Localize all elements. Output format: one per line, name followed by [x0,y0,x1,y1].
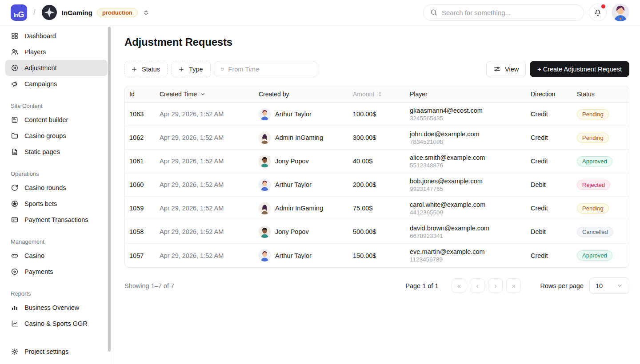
folder-icon [11,132,19,140]
table-row[interactable]: 1057 Apr 29, 2026, 1:52 AM Arthur Taylor… [125,244,629,267]
column-header-status[interactable]: Status [572,91,629,98]
column-header-created-time[interactable]: Created Time [155,91,254,98]
creator-name: Jony Popov [275,158,309,165]
column-header-amount[interactable]: Amount [348,91,405,98]
cell-created-time: Apr 29, 2026, 1:52 AM [155,158,254,165]
last-page-button[interactable]: » [506,278,521,293]
sidebar-item-content-builder[interactable]: Content builder [5,112,108,128]
creator-name: Arthur Taylor [275,111,312,118]
cell-created-by: Admin InGaming [254,202,348,214]
table-row[interactable]: 1060 Apr 29, 2026, 1:52 AM Arthur Taylor… [125,173,629,197]
view-button[interactable]: View [486,61,526,77]
app-logo[interactable]: InG [11,4,27,21]
player-id: 7834521098 [410,138,526,146]
gear-icon [11,348,19,356]
cell-id: 1061 [125,158,155,165]
sidebar-item-adjustment[interactable]: Adjustment [5,60,108,76]
creator-name: Arthur Taylor [275,252,312,259]
column-header-created-by[interactable]: Created by [254,91,348,98]
creator-avatar [259,179,271,191]
from-time-filter[interactable] [215,61,317,77]
type-filter-label: Type [189,66,203,73]
player-id: 9923147765 [410,186,526,193]
sidebar-item-payments[interactable]: Payments [5,264,108,280]
rows-per-page-select[interactable]: 10 [589,277,629,294]
creator-avatar [259,132,271,144]
sidebar-item-players[interactable]: Players [5,44,108,60]
soccer-ball-icon [11,200,19,208]
cell-status: Pending [572,203,629,214]
cell-status: Pending [572,133,629,143]
from-time-input[interactable] [228,66,312,73]
rotate-icon [11,184,19,192]
cell-status: Pending [572,109,629,119]
sidebar-item-sports-bets[interactable]: Sports bets [5,196,108,212]
cell-created-by: Arthur Taylor [254,179,348,191]
sidebar-item-casino[interactable]: Casino [5,248,108,264]
cell-id: 1062 [125,134,155,141]
cell-amount: 75.00$ [348,205,405,212]
breadcrumb-separator: / [33,8,36,17]
create-adjustment-request-button[interactable]: + Create Adjustment Request [530,61,629,77]
cell-id: 1057 [125,252,155,259]
sidebar-scrollbar[interactable] [108,27,111,352]
table-row[interactable]: 1058 Apr 29, 2026, 1:52 AM Jony Popov 50… [125,220,629,244]
creator-avatar [259,249,271,261]
player-id: 4412365509 [410,209,526,216]
table-row[interactable]: 1061 Apr 29, 2026, 1:52 AM Jony Popov 40… [125,150,629,173]
sidebar-item-static-pages[interactable]: Static pages [5,144,108,160]
column-header-id[interactable]: Id [125,91,155,98]
sidebar-item-label: Casino rounds [24,184,66,191]
sidebar-section-operations: Operations [11,170,108,177]
cell-status: Approved [572,156,629,166]
cell-direction: Credit [526,158,572,165]
cell-player: john.doe@example.com 7834521098 [405,130,526,146]
type-filter-button[interactable]: Type [172,61,210,77]
sidebar-item-payment-transactions[interactable]: Payment Transactions [5,212,108,228]
rows-per-page-value: 10 [596,282,603,289]
sidebar-item-business-overview[interactable]: Business Overview [5,300,108,316]
status-badge: Pending [577,133,609,143]
table-row[interactable]: 1063 Apr 29, 2026, 1:52 AM Arthur Taylor… [125,103,629,126]
cell-direction: Debit [526,228,572,235]
column-header-direction[interactable]: Direction [526,91,572,98]
status-filter-button[interactable]: Status [124,61,168,77]
table-footer: Showing 1–7 of 7 Page 1 of 1 « ‹ › » Row… [124,277,629,294]
next-page-button[interactable]: › [488,278,503,293]
cell-created-by: Jony Popov [254,155,348,167]
search-input[interactable] [442,9,577,16]
creator-avatar [259,155,271,167]
first-page-button[interactable]: « [452,278,466,293]
table-row[interactable]: 1062 Apr 29, 2026, 1:52 AM Admin InGamin… [125,126,629,150]
global-search[interactable] [423,4,584,21]
user-avatar[interactable] [612,4,629,21]
project-switcher-button[interactable] [142,9,150,16]
cell-created-by: Arthur Taylor [254,249,348,261]
cell-amount: 40.00$ [348,158,405,165]
cell-amount: 500.00$ [348,228,405,235]
status-badge: Pending [577,203,609,214]
status-badge: Rejected [577,180,610,190]
sidebar-item-label: Adjustment [24,64,57,71]
sort-desc-icon [200,91,206,97]
sidebar-item-casino-groups[interactable]: Casino groups [5,128,108,144]
previous-page-button[interactable]: ‹ [470,278,484,293]
sidebar-item-label: Payment Transactions [24,216,88,223]
sidebar-item-dashboard[interactable]: Dashboard [5,28,108,44]
sidebar-item-project-settings[interactable]: Project settings [5,344,108,360]
sidebar-item-campaigns[interactable]: Campaigns [5,76,108,92]
sidebar-item-label: Dashboard [24,32,56,40]
column-header-player[interactable]: Player [405,91,526,98]
sidebar-item-casino-rounds[interactable]: Casino rounds [5,180,108,196]
table-row[interactable]: 1059 Apr 29, 2026, 1:52 AM Admin InGamin… [125,197,629,220]
player-email: alice.smith@example.com [410,154,526,162]
player-id: 5512348876 [410,162,526,169]
credit-card-icon [11,216,19,224]
sliders-icon [493,65,501,73]
sidebar-item-casino-sports-ggr[interactable]: Casino & Sports GGR [5,316,108,332]
sidebar-section-management: Management [11,238,108,245]
player-id: 3245565435 [410,115,526,122]
notifications-button[interactable] [589,4,607,21]
sidebar-item-label: Casino groups [24,132,66,139]
player-id: 6678923341 [410,233,526,240]
